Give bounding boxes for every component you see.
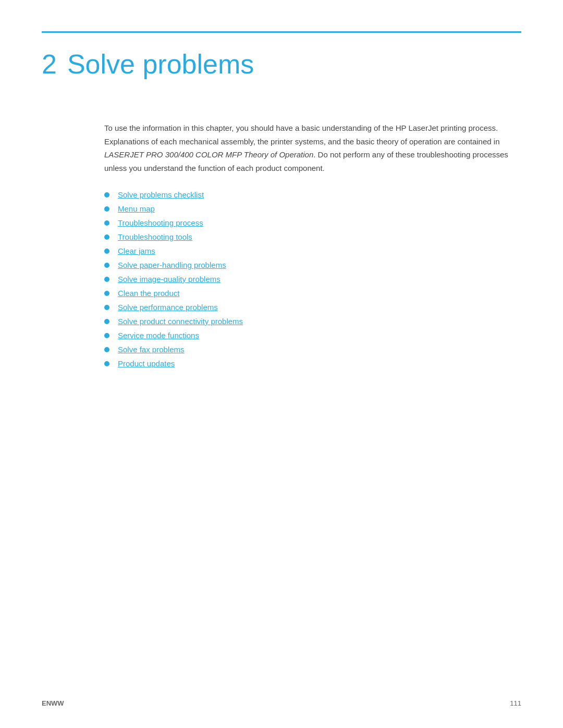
toc-link-solve-connectivity[interactable]: Solve product connectivity problems (118, 317, 243, 326)
list-item: Solve performance problems (104, 303, 521, 312)
toc-link-solve-problems-checklist[interactable]: Solve problems checklist (118, 190, 204, 199)
bullet-icon (104, 263, 109, 268)
list-item: Solve product connectivity problems (104, 317, 521, 326)
toc-link-clean-product[interactable]: Clean the product (118, 289, 179, 298)
bullet-icon (104, 291, 109, 296)
list-item: Solve paper-handling problems (104, 261, 521, 269)
top-border-decoration (42, 31, 521, 33)
bullet-icon (104, 333, 109, 338)
toc-link-troubleshooting-tools[interactable]: Troubleshooting tools (118, 232, 192, 241)
toc-link-solve-image-quality[interactable]: Solve image-quality problems (118, 275, 221, 283)
toc-link-solve-fax[interactable]: Solve fax problems (118, 345, 185, 354)
list-item: Solve fax problems (104, 345, 521, 354)
intro-text-before-italic: To use the information in this chapter, … (104, 124, 499, 146)
bullet-icon (104, 220, 109, 226)
bullet-icon (104, 277, 109, 282)
chapter-title: Solve problems (67, 48, 254, 80)
list-item: Troubleshooting process (104, 218, 521, 227)
list-item: Solve image-quality problems (104, 275, 521, 283)
list-item: Product updates (104, 359, 521, 368)
list-item: Service mode functions (104, 331, 521, 340)
toc-link-product-updates[interactable]: Product updates (118, 359, 175, 368)
chapter-number: 2 (42, 48, 57, 80)
toc-list: Solve problems checklist Menu map Troubl… (104, 190, 521, 368)
list-item: Clear jams (104, 246, 521, 255)
footer-label: ENWW (42, 699, 64, 707)
toc-link-service-mode[interactable]: Service mode functions (118, 331, 199, 340)
bullet-icon (104, 249, 109, 254)
toc-link-clear-jams[interactable]: Clear jams (118, 246, 155, 255)
bullet-icon (104, 361, 109, 366)
bullet-icon (104, 206, 109, 212)
list-item: Solve problems checklist (104, 190, 521, 199)
bullet-icon (104, 305, 109, 310)
toc-link-troubleshooting-process[interactable]: Troubleshooting process (118, 218, 203, 227)
chapter-header: 2 Solve problems (42, 48, 521, 80)
bullet-icon (104, 347, 109, 352)
intro-paragraph: To use the information in this chapter, … (104, 121, 521, 175)
bullet-icon (104, 235, 109, 240)
toc-link-solve-performance[interactable]: Solve performance problems (118, 303, 218, 312)
list-item: Menu map (104, 204, 521, 213)
page-container: 2 Solve problems To use the information … (0, 0, 563, 728)
bullet-icon (104, 319, 109, 324)
intro-italic-title: LASERJET PRO 300/400 COLOR MFP Theory of… (104, 150, 313, 159)
toc-link-solve-paper-handling[interactable]: Solve paper-handling problems (118, 261, 226, 269)
toc-link-menu-map[interactable]: Menu map (118, 204, 155, 213)
list-item: Clean the product (104, 289, 521, 298)
page-footer: ENWW 111 (42, 699, 521, 707)
list-item: Troubleshooting tools (104, 232, 521, 241)
bullet-icon (104, 192, 109, 198)
page-number: 111 (510, 699, 521, 707)
